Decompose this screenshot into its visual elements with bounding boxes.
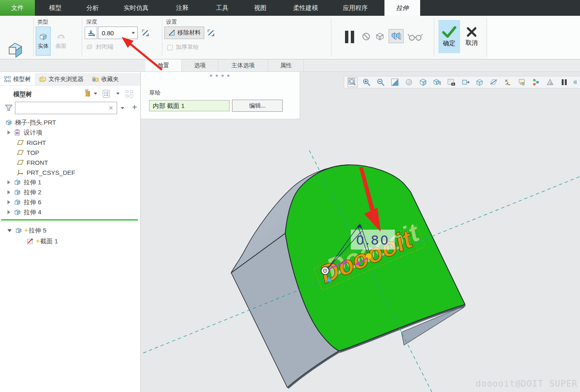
depth-group-label: 深度 <box>86 18 97 26</box>
expand-arrow-icon[interactable] <box>7 200 10 204</box>
tab-live-simulation[interactable]: 实时仿真 <box>114 0 159 16</box>
tree-row-extrude2[interactable]: 拉伸 2 <box>0 187 140 197</box>
tree-row-right-plane[interactable]: RIGHT <box>0 137 140 147</box>
solid-label: 实体 <box>38 42 49 50</box>
sketch-origin-handle[interactable] <box>321 267 329 275</box>
graphics-viewport[interactable]: Dooooit Dooooit 0.80 <box>141 72 580 392</box>
search-dropdown-caret[interactable] <box>121 107 124 109</box>
flip-arrows-icon <box>141 29 149 37</box>
capped-ends-button[interactable]: 封闭端 <box>86 42 127 52</box>
wireframe-preview-button[interactable] <box>374 31 386 42</box>
remove-material-button[interactable]: 移除材料 <box>164 27 204 39</box>
flip-material-side-button[interactable] <box>205 27 217 39</box>
tree-row-extrude4[interactable]: 拉伸 4 <box>0 207 140 217</box>
zoom-out-icon[interactable] <box>376 77 386 87</box>
repaint-icon[interactable] <box>390 77 400 87</box>
depth-value-combobox[interactable]: 0.80 <box>98 27 138 39</box>
pause-button[interactable] <box>342 29 357 45</box>
sketch-label: 草绘 <box>149 89 161 97</box>
tree-search-input[interactable]: ✕ <box>15 102 117 114</box>
expand-arrow-icon[interactable] <box>7 130 10 135</box>
cancel-x-icon <box>466 26 477 38</box>
dragger-icon[interactable] <box>545 77 555 87</box>
part-icon <box>5 119 12 126</box>
attached-preview-button[interactable] <box>389 29 404 43</box>
tab-favorites[interactable]: 收藏夹 <box>88 73 123 85</box>
navigator-sidebar: 模型树 文件夹浏览器 收藏夹 模型树 <box>0 72 141 392</box>
collapse-arrow-icon[interactable] <box>7 229 12 232</box>
tree-settings-caret[interactable] <box>116 93 120 95</box>
tree-row-extrude5-active[interactable]: ✳ 拉伸 5 <box>0 225 140 235</box>
clear-search-icon[interactable]: ✕ <box>108 105 113 111</box>
extrude-icon <box>14 189 21 196</box>
view-manager-icon[interactable] <box>446 77 456 87</box>
tab-annotate[interactable]: 注释 <box>166 0 198 16</box>
panel-drag-handle[interactable]: ■ ■ ■ ■ <box>210 74 230 78</box>
cancel-button[interactable]: 取消 <box>462 20 482 53</box>
tab-view[interactable]: 视图 <box>244 0 277 16</box>
subtab-placement[interactable]: 放置 <box>145 59 182 71</box>
tab-file[interactable]: 文件 <box>0 0 35 16</box>
tab-model-tree[interactable]: 模型树 <box>0 73 35 85</box>
tree-row-part[interactable]: 梯子-挡头.PRT <box>0 118 140 127</box>
tab-folder-browser[interactable]: 文件夹浏览器 <box>35 73 88 85</box>
thicken-sketch-checkbox[interactable]: 加厚草绘 <box>167 42 213 52</box>
filter-funnel-icon[interactable] <box>4 103 13 114</box>
tab-analysis[interactable]: 分析 <box>76 0 109 16</box>
tree-row-csys[interactable]: PRT_CSYS_DEF <box>0 167 140 177</box>
tab-flexible-modeling[interactable]: 柔性建模 <box>283 0 328 16</box>
ok-button[interactable]: 确定 <box>438 20 460 53</box>
tab-extrude-active[interactable]: 拉伸 <box>384 0 420 16</box>
expand-arrow-icon[interactable] <box>7 180 10 184</box>
flip-arrows-icon <box>207 29 215 37</box>
tree-tools-icon[interactable] <box>82 89 91 100</box>
refit-icon[interactable] <box>348 77 357 87</box>
tab-tools[interactable]: 工具 <box>206 0 238 16</box>
tree-tools-caret[interactable] <box>94 93 97 95</box>
perspective-icon[interactable] <box>475 77 485 87</box>
shading-style-icon[interactable] <box>404 77 414 87</box>
extrude-icon <box>15 227 22 234</box>
tree-label: FRONT <box>27 159 48 166</box>
edit-sketch-button[interactable]: 编辑... <box>232 100 283 112</box>
show-tree-icon[interactable] <box>125 89 134 100</box>
depth-type-button[interactable] <box>85 27 97 39</box>
flip-depth-direction-button[interactable] <box>139 27 151 39</box>
tree-row-extrude6[interactable]: 拉伸 6 <box>0 197 140 207</box>
display-style-icon[interactable] <box>418 77 428 87</box>
tree-row-section1[interactable]: ✳ 截面 1 <box>0 236 140 246</box>
model-tree-title: 模型树 <box>13 91 32 98</box>
view-normal-icon[interactable] <box>460 77 470 87</box>
subtab-options[interactable]: 选项 <box>182 59 218 71</box>
section-view-icon[interactable] <box>489 77 499 87</box>
datum-display-icon[interactable] <box>503 77 513 87</box>
tree-row-top-plane[interactable]: TOP <box>0 147 140 157</box>
subtab-properties[interactable]: 属性 <box>268 59 304 71</box>
subtab-body-options[interactable]: 主体选项 <box>218 59 268 71</box>
tree-row-design-items[interactable]: 设计项 <box>0 127 140 137</box>
sketch-icon <box>27 238 34 245</box>
saved-views-icon[interactable] <box>432 77 442 87</box>
clipped-icon[interactable] <box>573 77 578 87</box>
node-display-icon[interactable] <box>531 77 541 87</box>
tab-model[interactable]: 模型 <box>39 0 71 16</box>
tree-settings-icon[interactable] <box>102 89 110 100</box>
solid-type-button[interactable]: 实体 <box>36 27 51 56</box>
no-preview-button[interactable] <box>360 31 372 42</box>
annotation-display-icon[interactable] <box>517 77 527 87</box>
model-tree: 梯子-挡头.PRT 设计项 RIGHT TOP <box>0 117 140 392</box>
placement-panel: ■ ■ ■ ■ 草绘 内部 截面 1 编辑... <box>141 72 300 119</box>
surface-type-button[interactable]: 曲面 <box>52 27 70 56</box>
zoom-in-icon[interactable] <box>362 77 372 87</box>
pause-icon[interactable] <box>559 77 569 87</box>
depth-dropdown-caret[interactable] <box>132 32 135 34</box>
tree-row-front-plane[interactable]: FRONT <box>0 157 140 167</box>
insert-here-locator[interactable] <box>1 219 138 220</box>
glasses-preview-button[interactable] <box>406 32 424 42</box>
add-filter-icon[interactable]: + <box>132 103 137 112</box>
tab-applications[interactable]: 应用程序 <box>333 0 378 16</box>
tree-row-extrude1[interactable]: 拉伸 1 <box>0 177 140 187</box>
expand-arrow-icon[interactable] <box>7 190 10 194</box>
expand-arrow-icon[interactable] <box>7 210 10 214</box>
sketch-collector-field[interactable]: 内部 截面 1 <box>149 100 230 111</box>
